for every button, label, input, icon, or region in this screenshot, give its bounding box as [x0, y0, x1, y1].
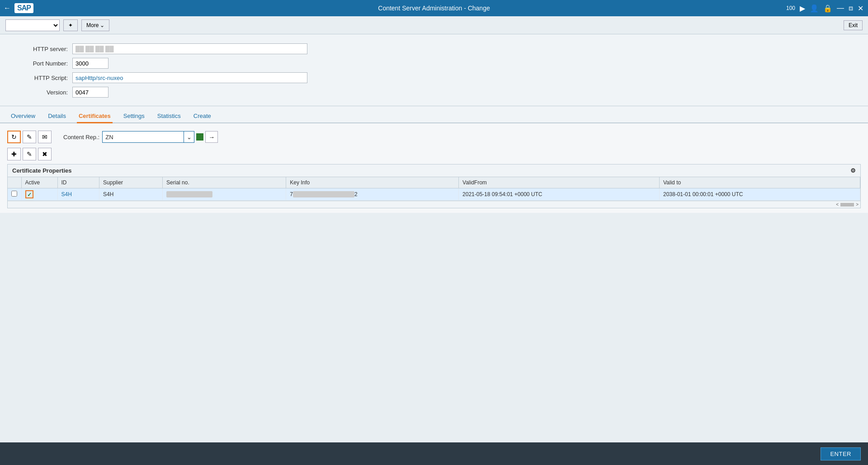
row-checkbox-cell[interactable]: [8, 188, 21, 201]
close-button[interactable]: ✕: [857, 3, 864, 14]
arrow-right-icon: →: [209, 134, 215, 141]
cert-section-header: Certificate Properties ⚙: [8, 164, 860, 177]
http-script-row: HTTP Script:: [18, 72, 850, 83]
edit-cert-button[interactable]: ✎: [23, 148, 36, 160]
navigation-icon: ✦: [68, 22, 73, 28]
more-dropdown-icon: ⌄: [100, 22, 104, 28]
profile-icon[interactable]: 👤: [809, 3, 820, 14]
lock-icon[interactable]: 🔒: [822, 3, 833, 14]
counter-value: 100: [785, 4, 796, 12]
main-toolbar: ✦ More ⌄ Exit: [0, 16, 868, 34]
toolbar-left: ✦ More ⌄: [5, 19, 109, 31]
tab-statistics[interactable]: Statistics: [156, 110, 183, 123]
content-rep-dropdown[interactable]: ⌄: [184, 131, 194, 143]
edit-icon: ✎: [27, 133, 32, 141]
more-label: More: [86, 22, 99, 28]
cert-table-container[interactable]: Active ID Supplier Serial no. Key Info V…: [8, 177, 860, 201]
more-button[interactable]: More ⌄: [81, 19, 109, 31]
version-label: Version:: [18, 89, 72, 96]
col-supplier: Supplier: [99, 177, 163, 188]
row-key-info-cell: 7████████████████2: [286, 188, 459, 201]
cert-table: Active ID Supplier Serial no. Key Info V…: [8, 177, 860, 201]
scroll-right-icon[interactable]: >: [856, 202, 859, 207]
delete-cert-button[interactable]: ✖: [38, 148, 52, 160]
back-button[interactable]: ←: [4, 4, 11, 12]
tab-create[interactable]: Create: [192, 110, 213, 123]
port-number-label: Port Number:: [18, 60, 72, 67]
col-active: Active: [21, 177, 57, 188]
table-row[interactable]: ✓ S4H S4H ████████████ 7████████████████…: [8, 188, 860, 201]
tab-certificates[interactable]: Certificates: [77, 110, 113, 123]
navigation-button[interactable]: ✦: [63, 19, 78, 31]
tab-settings[interactable]: Settings: [122, 110, 146, 123]
cert-id-link[interactable]: S4H: [61, 191, 72, 197]
version-row: Version:: [18, 87, 850, 98]
restore-button[interactable]: ⧈: [848, 3, 854, 13]
certificate-properties-section: Certificate Properties ⚙ Active ID Suppl…: [7, 164, 861, 208]
key-info-blurred: ████████████████: [293, 191, 354, 197]
minimize-button[interactable]: —: [836, 3, 845, 13]
http-script-input[interactable]: [72, 72, 307, 83]
tab-overview[interactable]: Overview: [9, 110, 37, 123]
tab-bar: Overview Details Certificates Settings S…: [0, 106, 868, 123]
http-server-input[interactable]: [72, 43, 307, 54]
title-bar-left: ← SAP: [4, 3, 33, 13]
enter-button[interactable]: ENTER: [821, 447, 861, 460]
toolbar-right: Exit: [844, 20, 863, 30]
http-script-label: HTTP Script:: [18, 75, 72, 81]
add-icon: ✚: [11, 150, 17, 158]
port-number-row: Port Number:: [18, 58, 850, 69]
col-valid-from: ValidFrom: [459, 177, 660, 188]
cert-action-buttons: ↻ ✎ ✉: [7, 131, 52, 143]
cert-toolbar-row2: ✚ ✎ ✖: [7, 146, 861, 162]
row-supplier-cell: S4H: [99, 188, 163, 201]
refresh-icon: ↻: [11, 133, 17, 141]
row-active-cell: ✓: [21, 188, 57, 201]
title-bar: ← SAP Content Server Administration - Ch…: [0, 0, 868, 16]
chevron-down-icon: ⌄: [187, 134, 192, 141]
col-valid-to: Valid to: [660, 177, 860, 188]
tab-details[interactable]: Details: [46, 110, 68, 123]
scroll-left-icon[interactable]: <: [836, 202, 839, 207]
settings-icon[interactable]: ⚙: [850, 167, 856, 174]
row-checkbox[interactable]: [11, 191, 17, 197]
table-header-row: Active ID Supplier Serial no. Key Info V…: [8, 177, 860, 188]
email-button[interactable]: ✉: [38, 131, 52, 143]
pencil-icon: ✎: [27, 150, 32, 158]
col-serial-no: Serial no.: [163, 177, 286, 188]
key-info-start: 7: [290, 191, 293, 197]
row-serial-cell: ████████████: [163, 188, 286, 201]
col-checkbox: [8, 177, 21, 188]
col-key-info: Key Info: [286, 177, 459, 188]
cert-properties-title: Certificate Properties: [12, 167, 72, 174]
content-rep-input[interactable]: [102, 131, 184, 143]
delete-icon: ✖: [42, 150, 47, 158]
version-input[interactable]: [72, 87, 108, 98]
bottom-bar: ENTER: [0, 442, 868, 465]
http-server-row: HTTP server:: [18, 43, 850, 54]
port-number-input[interactable]: [72, 58, 108, 69]
row-valid-to-cell: 2038-01-01 00:00:01 +0000 UTC: [660, 188, 860, 201]
http-server-label: HTTP server:: [18, 46, 72, 52]
refresh-button[interactable]: ↻: [7, 131, 21, 143]
navigate-button[interactable]: →: [205, 131, 218, 143]
serial-blurred: ████████████: [166, 191, 212, 197]
add-cert-button[interactable]: ✚: [7, 148, 21, 160]
edit-button[interactable]: ✎: [23, 131, 36, 143]
table-scrollbar-area[interactable]: < >: [8, 201, 860, 208]
status-indicator-button[interactable]: [196, 133, 203, 141]
col-id: ID: [57, 177, 99, 188]
cert-toolbar-row1: ↻ ✎ ✉ Content Rep.: ⌄ →: [7, 128, 861, 146]
row-id-cell: S4H: [57, 188, 99, 201]
row-valid-from-cell: 2021-05-18 09:54:01 +0000 UTC: [459, 188, 660, 201]
toolbar-dropdown[interactable]: [5, 19, 60, 31]
scroll-indicator[interactable]: [840, 203, 854, 207]
title-bar-right: 100 ▶ 👤 🔒 — ⧈ ✕: [785, 3, 864, 14]
certificates-content: ↻ ✎ ✉ Content Rep.: ⌄ → ✚ ✎: [0, 123, 868, 213]
active-checkmark: ✓: [25, 190, 33, 198]
email-icon: ✉: [42, 133, 47, 141]
content-rep-field-group: ⌄ →: [102, 131, 218, 143]
page-title: Content Server Administration - Change: [378, 5, 490, 12]
play-icon[interactable]: ▶: [799, 3, 806, 14]
exit-button[interactable]: Exit: [844, 20, 863, 30]
